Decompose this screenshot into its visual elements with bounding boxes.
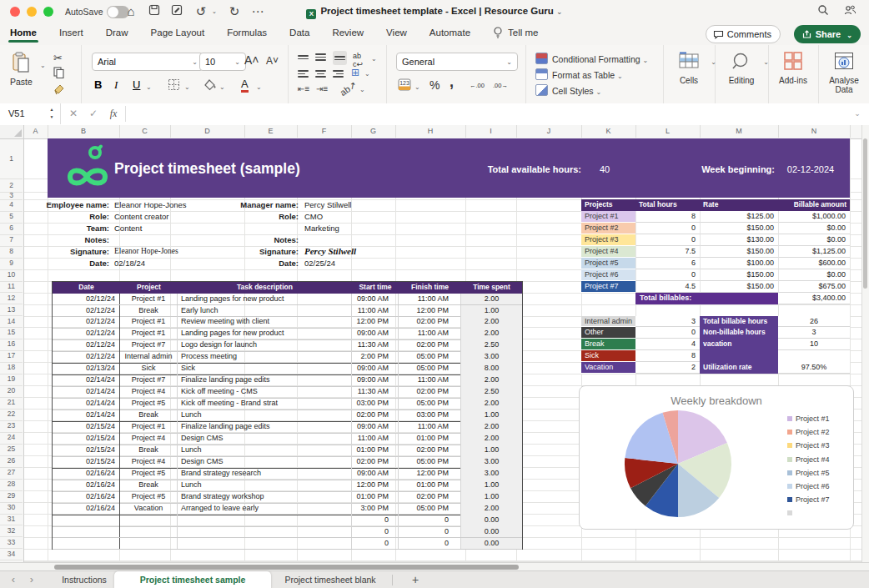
row-header-14[interactable]: 14 <box>0 316 23 329</box>
select-all-corner[interactable] <box>0 125 24 139</box>
column-header-D[interactable]: D <box>170 125 245 138</box>
vertical-scrollbar-thumb[interactable] <box>863 138 867 289</box>
employee-value-2[interactable]: Content <box>114 223 142 234</box>
project-row[interactable]: Project #60$150.00$0.00 <box>581 269 850 281</box>
manager-value-4[interactable]: Percy Stilwell <box>304 246 356 258</box>
timesheet-row[interactable]: 000.00 <box>53 515 522 527</box>
row-header-17[interactable]: 17 <box>0 350 23 363</box>
row-header-20[interactable]: 20 <box>0 385 23 398</box>
column-header-E[interactable]: E <box>244 125 298 138</box>
timesheet-row[interactable]: 000.00 <box>53 538 522 550</box>
row-header-13[interactable]: 13 <box>0 304 23 317</box>
row-header-23[interactable]: 23 <box>0 420 23 433</box>
timesheet-cell: Design CMS <box>178 456 352 468</box>
column-header-N[interactable]: N <box>778 125 851 138</box>
timesheet-row[interactable]: 02/12/24Project #1Review meeting with cl… <box>53 316 522 329</box>
row-header-33[interactable]: 33 <box>0 537 23 550</box>
timesheet-row[interactable]: 02/15/24Project #4Design CMS11:00 AM01:0… <box>53 433 522 445</box>
timesheet-row[interactable]: 02/15/24Project #1Finalize landing page … <box>53 421 522 434</box>
next-sheet-button[interactable]: › <box>25 571 38 588</box>
timesheet-row[interactable]: 02/12/24Project #1Landing pages for new … <box>53 294 522 306</box>
column-header-K[interactable]: K <box>581 125 636 138</box>
row-header-10[interactable]: 10 <box>0 269 23 282</box>
timesheet-cell: Project #1 <box>120 328 178 339</box>
previous-sheet-button[interactable]: ‹ <box>7 571 20 588</box>
column-header-G[interactable]: G <box>351 125 396 138</box>
project-row[interactable]: Project #30$130.00$0.00 <box>581 234 850 246</box>
category-hours-cell: 0 <box>635 327 700 339</box>
timesheet-row[interactable]: 02/12/24Internal adminProcess meeting2:0… <box>53 351 522 364</box>
project-row[interactable]: Project #47.5$150.00$1,125.00 <box>581 246 850 258</box>
timesheet-row[interactable]: 02/14/24Project #4Kick off meeting - CMS… <box>53 386 522 399</box>
timesheet-row[interactable]: 02/16/24VacationArranged to leave early3… <box>53 503 522 515</box>
employee-label-2: Team: <box>23 223 109 234</box>
timesheet-row[interactable]: 02/13/24SickSick09:00 AM05:00 PM8.00 <box>53 363 522 375</box>
project-row[interactable]: Project #56$100.00$600.00 <box>581 258 850 269</box>
manager-value-2[interactable]: Marketing <box>304 223 339 234</box>
employee-value-5[interactable]: 02/18/24 <box>114 258 145 269</box>
vertical-scrollbar[interactable] <box>861 125 869 562</box>
row-header-16[interactable]: 16 <box>0 339 23 351</box>
add-sheet-button[interactable]: + <box>400 571 430 588</box>
project-row[interactable]: Project #74.5$150.00$675.00 <box>581 281 850 293</box>
column-header-I[interactable]: I <box>465 125 517 138</box>
sheet-tab-instructions[interactable]: Instructions <box>54 571 114 588</box>
row-header-22[interactable]: 22 <box>0 409 23 421</box>
timesheet-row[interactable]: 02/16/24Project #5Brand strategy researc… <box>53 468 522 480</box>
column-header-H[interactable]: H <box>395 125 466 138</box>
manager-value-1[interactable]: CMO <box>304 211 323 223</box>
row-header-12[interactable]: 12 <box>0 293 23 305</box>
manager-value-5[interactable]: 02/25/24 <box>304 258 335 269</box>
row-header-25[interactable]: 25 <box>0 444 23 456</box>
row-header-18[interactable]: 18 <box>0 362 23 374</box>
timesheet-row[interactable]: 02/14/24BreakLunch02:00 PM03:00 PM1.00 <box>53 410 522 422</box>
timesheet-row[interactable]: 02/16/24Project #5Brand strategy worksho… <box>53 491 522 504</box>
column-header-M[interactable]: M <box>700 125 779 138</box>
timesheet-row[interactable]: 02/14/24Project #7Finalize landing page … <box>53 374 522 387</box>
row-header-30[interactable]: 30 <box>0 502 23 515</box>
row-header-32[interactable]: 32 <box>0 525 23 538</box>
employee-value-0[interactable]: Eleanor Hope-Jones <box>114 199 187 211</box>
column-header-J[interactable]: J <box>516 125 582 138</box>
project-row[interactable]: Project #20$150.00$0.00 <box>581 223 850 234</box>
row-header-24[interactable]: 24 <box>0 432 23 445</box>
column-header-L[interactable]: L <box>635 125 701 138</box>
row-header-6[interactable]: 6 <box>0 223 23 235</box>
row-header-7[interactable]: 7 <box>0 234 23 247</box>
timesheet-row[interactable]: 02/14/24Project #5Kick off meeting - Bra… <box>53 398 522 410</box>
row-header-31[interactable]: 31 <box>0 514 23 526</box>
row-header-28[interactable]: 28 <box>0 479 23 491</box>
row-header-19[interactable]: 19 <box>0 374 23 386</box>
employee-value-1[interactable]: Content creator <box>114 211 168 223</box>
row-header-15[interactable]: 15 <box>0 327 23 339</box>
timesheet-row[interactable]: 000.00 <box>53 526 522 539</box>
column-header-F[interactable]: F <box>297 125 352 138</box>
sheet-tab-project-timesheet-blank[interactable]: Project timesheet blank <box>271 571 389 588</box>
column-header-C[interactable]: C <box>119 125 171 138</box>
manager-value-0[interactable]: Percy Stilwell <box>304 199 352 211</box>
timesheet-row[interactable]: 02/15/24Project #4Design CMS02:00 PM05:0… <box>53 456 522 469</box>
timesheet-cell: 02/14/24 <box>53 410 120 421</box>
column-header-B[interactable]: B <box>48 125 120 138</box>
row-header-27[interactable]: 27 <box>0 467 23 480</box>
employee-value-4[interactable]: Eleanor Hope-Jones <box>114 246 178 258</box>
timesheet-row[interactable]: 02/12/24Project #1Landing pages for new … <box>53 328 522 340</box>
project-row[interactable]: Project #18$125.00$1,000.00 <box>581 211 850 223</box>
row-header-5[interactable]: 5 <box>0 211 23 224</box>
row-header-34[interactable]: 34 <box>0 549 23 561</box>
column-header-A[interactable]: A <box>23 125 48 138</box>
row-header-8[interactable]: 8 <box>0 246 23 259</box>
timesheet-row[interactable]: 02/15/24BreakLunch01:00 PM02:00 PM1.00 <box>53 445 522 457</box>
row-header-9[interactable]: 9 <box>0 258 23 270</box>
row-header-11[interactable]: 11 <box>0 281 23 294</box>
horizontal-scrollbar-thumb[interactable] <box>54 565 519 570</box>
row-header-1[interactable]: 1 <box>0 138 23 179</box>
row-header-29[interactable]: 29 <box>0 490 23 503</box>
timesheet-row[interactable]: 02/16/24BreakLunch12:00 PM01:00 PM1.00 <box>53 480 522 492</box>
row-header-26[interactable]: 26 <box>0 455 23 468</box>
sheet-tab-project-timesheet-sample[interactable]: Project timesheet sample <box>114 571 271 588</box>
row-header-21[interactable]: 21 <box>0 397 23 410</box>
row-header-4[interactable]: 4 <box>0 199 23 212</box>
timesheet-row[interactable]: 02/12/24Project #7Logo design for launch… <box>53 339 522 352</box>
timesheet-row[interactable]: 02/12/24BreakEarly lunch11:00 AM12:00 PM… <box>53 305 522 318</box>
